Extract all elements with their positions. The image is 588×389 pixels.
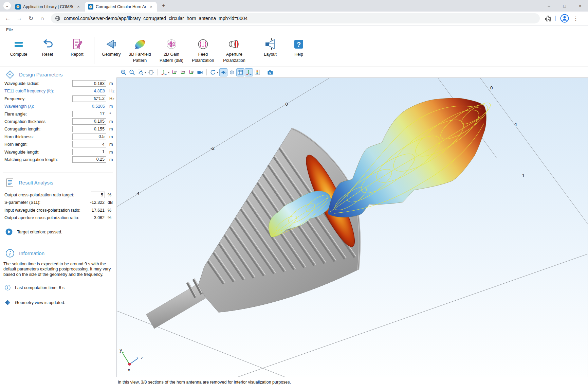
profile-avatar-icon[interactable] bbox=[560, 14, 569, 23]
te11-cutoff-value: 4.8E8 bbox=[72, 89, 105, 93]
corrugation-thickness-input[interactable] bbox=[72, 118, 106, 125]
triad-y-label: y bbox=[120, 348, 122, 353]
color-legend-toggle[interactable] bbox=[253, 68, 261, 76]
flare-angle-label: Flare angle: bbox=[4, 112, 27, 117]
unit-label: ° bbox=[109, 112, 111, 117]
window-close-button[interactable]: × bbox=[572, 0, 588, 12]
result-analysis-header: Result Analysis bbox=[5, 178, 53, 187]
aperture-label-2: Polarization bbox=[223, 58, 245, 63]
info-small-icon bbox=[5, 285, 11, 290]
camera-view-button[interactable] bbox=[196, 68, 204, 76]
default-view-dropdown-icon[interactable]: ▾ bbox=[168, 71, 169, 74]
browser-menu-icon[interactable]: ⋮ bbox=[573, 15, 578, 22]
geometry-diamond-icon bbox=[5, 300, 11, 305]
horn-antenna-scene: 0 -2 -4 0 -1 1 bbox=[117, 78, 588, 377]
unit-label: m bbox=[109, 81, 113, 86]
close-tab-icon[interactable]: × bbox=[76, 4, 81, 9]
horn-length-label: Horn length: bbox=[4, 142, 27, 147]
close-tab-icon[interactable]: × bbox=[148, 4, 154, 9]
report-label: Report bbox=[71, 52, 84, 57]
geometry-label: Geometry bbox=[102, 52, 121, 57]
unit-label: % bbox=[108, 193, 111, 197]
te11-cutoff-label: TE11 cutoff frequency (fc): bbox=[4, 89, 54, 93]
window-minimize-button[interactable]: – bbox=[541, 0, 557, 12]
zoom-box-button[interactable] bbox=[136, 68, 145, 76]
farfield-pattern-lobe bbox=[328, 98, 493, 217]
wavelength-label: Wavelength (λ): bbox=[4, 104, 34, 109]
matching-corrugation-length-input[interactable] bbox=[72, 156, 106, 163]
unit-label: m bbox=[109, 157, 113, 162]
s-parameter-value: -12.322 bbox=[71, 200, 105, 205]
crosspol-target-label: Output cross-polarization ratio target: bbox=[4, 193, 74, 197]
input-crosspol-value: 17.621 bbox=[71, 208, 105, 213]
toolbar-separator bbox=[264, 69, 264, 75]
rotate-view-button[interactable] bbox=[209, 68, 217, 76]
tab-application-library[interactable]: Application Library | COMSOL S × bbox=[12, 2, 84, 12]
transparency-toggle[interactable] bbox=[228, 68, 236, 76]
horn-thickness-label: Horn thickness: bbox=[4, 135, 34, 139]
zoom-out-button[interactable] bbox=[128, 68, 136, 76]
compute-button[interactable]: Compute bbox=[3, 36, 34, 57]
geometry-horn-icon bbox=[105, 37, 118, 51]
app-ribbon: Compute Reset Report Geometry 3D Far-fie… bbox=[0, 34, 588, 67]
default-view-button[interactable] bbox=[160, 68, 168, 76]
tab-search-chevron-icon[interactable]: ⌄ bbox=[3, 2, 11, 10]
horn-length-input[interactable] bbox=[72, 141, 106, 147]
triad-x-label: x bbox=[128, 367, 130, 372]
site-info-globe-icon[interactable] bbox=[55, 16, 60, 21]
3d-graphics-view[interactable]: 0 -2 -4 0 -1 1 bbox=[116, 77, 588, 377]
waveguide-length-input[interactable] bbox=[72, 149, 106, 155]
3d-farfield-pattern-button[interactable]: 3D Far-field Pattern bbox=[124, 36, 155, 64]
report-button[interactable]: Report bbox=[61, 36, 93, 57]
feed-polarization-button[interactable]: Feed Polarization bbox=[187, 36, 219, 64]
xz-label: xz bbox=[191, 70, 194, 73]
window-maximize-button[interactable]: □ bbox=[557, 0, 572, 12]
go-to-xy-view-button[interactable]: xy bbox=[170, 68, 179, 76]
go-to-xz-view-button[interactable]: xz bbox=[187, 68, 196, 76]
grid-toggle[interactable] bbox=[236, 68, 244, 76]
zoom-box-dropdown-icon[interactable]: ▾ bbox=[145, 71, 146, 74]
layout-button[interactable]: Layout bbox=[255, 36, 286, 57]
extensions-puzzle-icon[interactable] bbox=[545, 15, 551, 22]
gain-label-2: Pattern (dBi) bbox=[160, 58, 183, 63]
show-axes-toggle[interactable] bbox=[245, 68, 253, 76]
help-question-icon: ? bbox=[292, 37, 306, 51]
horn-thickness-input[interactable] bbox=[72, 134, 106, 140]
tab-title: Application Library | COMSOL S bbox=[23, 4, 73, 9]
waveguide-length-label: Waveguide length: bbox=[4, 150, 39, 155]
back-button[interactable]: ← bbox=[3, 13, 13, 23]
new-tab-button[interactable]: + bbox=[160, 2, 168, 10]
aperture-polarization-button[interactable]: Aperture Polarization bbox=[219, 36, 250, 64]
forward-button[interactable]: → bbox=[14, 13, 24, 23]
home-button[interactable]: ⌂ bbox=[37, 13, 48, 23]
rotate-view-dropdown-icon[interactable]: ▾ bbox=[217, 71, 218, 74]
geometry-button[interactable]: Geometry bbox=[96, 36, 127, 57]
reset-button[interactable]: Reset bbox=[32, 36, 63, 57]
view-caption: In this view, 3/8 sections of the horn a… bbox=[118, 380, 291, 385]
2d-gain-polar-icon bbox=[165, 37, 178, 51]
flare-angle-input[interactable] bbox=[72, 111, 106, 117]
reload-button[interactable]: ↻ bbox=[26, 13, 36, 23]
frequency-input[interactable] bbox=[72, 95, 106, 102]
url-bar[interactable]: comsol.com/server-demo/app/library_corru… bbox=[51, 13, 540, 23]
crosspol-target-input[interactable] bbox=[91, 192, 105, 198]
help-button[interactable]: ? Help bbox=[283, 36, 314, 57]
reset-undo-icon bbox=[41, 37, 54, 51]
waveguide-radius-input[interactable] bbox=[72, 80, 106, 87]
unit-label: Hz bbox=[109, 89, 114, 93]
2d-gain-pattern-button[interactable]: 2D Gain Pattern (dBi) bbox=[156, 36, 187, 64]
report-document-icon bbox=[70, 37, 84, 51]
scene-light-toggle[interactable] bbox=[219, 68, 227, 76]
tab-title: Corrugated Circular Horn Anten bbox=[96, 4, 146, 9]
tab-corrugated-horn[interactable]: Corrugated Circular Horn Anten × bbox=[85, 2, 157, 12]
zoom-extents-button[interactable] bbox=[147, 68, 155, 76]
zoom-in-button[interactable] bbox=[120, 68, 128, 76]
go-to-yz-view-button[interactable]: yz bbox=[179, 68, 187, 76]
information-header: Information bbox=[5, 249, 44, 258]
corrugation-length-input[interactable] bbox=[72, 126, 106, 132]
file-menu[interactable]: File bbox=[4, 27, 15, 33]
feed-label-2: Polarization bbox=[192, 58, 214, 63]
feed-label-1: Feed bbox=[198, 52, 208, 57]
snapshot-button[interactable] bbox=[266, 68, 274, 76]
design-parameters-icon bbox=[5, 70, 15, 79]
